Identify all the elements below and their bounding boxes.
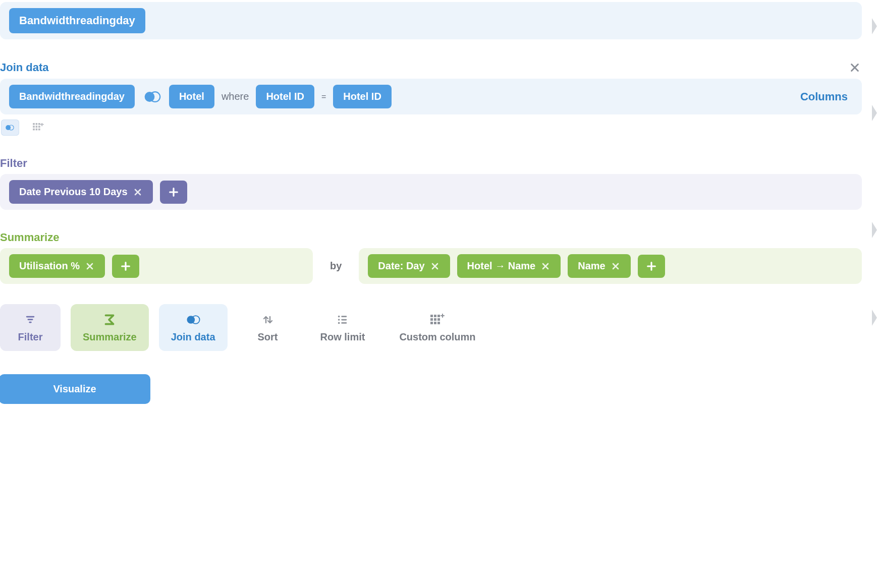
join-action-button[interactable]: Join data: [159, 304, 228, 351]
filter-section-title: Filter: [0, 157, 27, 170]
grouping-chip[interactable]: Name: [568, 254, 630, 278]
svg-rect-11: [33, 126, 35, 128]
summarize-metric-label: Utilisation %: [19, 260, 80, 272]
svg-rect-12: [36, 126, 38, 128]
edge-arrow-icon: [872, 310, 880, 326]
list-icon: [336, 313, 349, 326]
edge-arrow-icon: [872, 105, 880, 121]
join-icon: [185, 313, 202, 326]
svg-point-22: [187, 316, 195, 324]
summarize-metric-chip[interactable]: Utilisation %: [9, 254, 105, 278]
svg-rect-31: [434, 315, 436, 317]
svg-rect-25: [341, 316, 347, 317]
svg-point-6: [6, 125, 11, 130]
summarize-action-label: Summarize: [83, 331, 137, 343]
data-source-panel: Bandwidthreadingday: [0, 2, 862, 39]
svg-rect-33: [430, 318, 433, 321]
svg-marker-1: [872, 105, 877, 121]
join-extra-buttons: [1, 120, 862, 136]
svg-rect-36: [430, 322, 433, 324]
join-section-title: Join data: [0, 61, 49, 74]
filter-action-label: Filter: [18, 331, 43, 343]
close-icon[interactable]: [848, 61, 862, 75]
add-grouping-button[interactable]: [638, 255, 665, 278]
filter-chip-label: Date Previous 10 Days: [19, 186, 128, 198]
svg-rect-30: [430, 315, 433, 317]
visualize-button[interactable]: Visualize: [0, 374, 150, 404]
svg-rect-29: [341, 322, 347, 324]
remove-icon[interactable]: [540, 261, 551, 271]
join-equals-label: =: [321, 92, 326, 101]
svg-rect-32: [437, 315, 440, 317]
grid-plus-icon: [430, 313, 445, 326]
svg-rect-14: [33, 129, 35, 131]
svg-rect-9: [36, 123, 38, 125]
filter-action-button[interactable]: Filter: [0, 304, 61, 351]
sort-action-button[interactable]: Sort: [238, 304, 298, 351]
summarize-section-label: Summarize: [0, 231, 862, 244]
summarize-section-title: Summarize: [0, 231, 59, 244]
summarize-groupings-panel: Date: Day Hotel → Name Name: [359, 248, 862, 284]
custom-column-action-label: Custom column: [399, 331, 475, 343]
join-right-table-pill[interactable]: Hotel: [169, 85, 214, 108]
svg-rect-10: [38, 123, 40, 125]
row-limit-action-button[interactable]: Row limit: [308, 304, 377, 351]
svg-marker-0: [872, 18, 877, 34]
svg-rect-38: [437, 322, 440, 324]
join-action-label: Join data: [171, 331, 215, 343]
grouping-chip-label: Date: Day: [378, 260, 424, 272]
join-left-key-pill[interactable]: Hotel ID: [256, 85, 314, 108]
remove-icon[interactable]: [85, 261, 95, 271]
summarize-row: Utilisation % by Date: Day Hotel → Name …: [0, 248, 862, 284]
add-metric-button[interactable]: [112, 255, 139, 278]
sigma-icon: [102, 313, 117, 326]
action-toolbar: Filter Summarize Join data Sort: [0, 304, 862, 351]
edge-arrow-icon: [872, 18, 880, 34]
join-left-table-pill[interactable]: Bandwidthreadingday: [9, 85, 135, 108]
add-filter-button[interactable]: [160, 181, 187, 204]
edge-arrow-icon: [872, 222, 880, 238]
svg-rect-37: [434, 322, 436, 324]
filter-chip[interactable]: Date Previous 10 Days: [9, 180, 153, 204]
join-columns-link[interactable]: Columns: [795, 87, 853, 106]
filter-panel: Date Previous 10 Days: [0, 174, 862, 210]
remove-icon[interactable]: [611, 261, 621, 271]
svg-rect-19: [26, 316, 35, 318]
grouping-chip[interactable]: Hotel → Name: [457, 254, 561, 278]
svg-point-28: [338, 322, 340, 324]
add-custom-column-button[interactable]: [29, 120, 47, 136]
svg-rect-27: [341, 319, 347, 321]
svg-rect-16: [38, 129, 40, 131]
svg-rect-20: [28, 319, 33, 320]
grouping-chip-label: Hotel → Name: [467, 260, 536, 272]
row-limit-action-label: Row limit: [320, 331, 365, 343]
svg-point-24: [338, 316, 340, 318]
filter-icon: [24, 313, 37, 326]
sort-icon: [261, 313, 274, 326]
sort-action-label: Sort: [258, 331, 278, 343]
filter-section-label: Filter: [0, 157, 862, 170]
add-join-button[interactable]: [1, 120, 19, 136]
summarize-metrics-panel: Utilisation %: [0, 248, 313, 284]
svg-rect-13: [38, 126, 40, 128]
svg-marker-3: [872, 310, 877, 326]
grouping-chip[interactable]: Date: Day: [368, 254, 450, 278]
svg-rect-21: [29, 322, 32, 323]
join-where-label: where: [222, 91, 249, 102]
remove-icon[interactable]: [430, 261, 440, 271]
summarize-by-label: by: [327, 260, 345, 272]
remove-icon[interactable]: [133, 187, 143, 197]
join-right-key-pill[interactable]: Hotel ID: [333, 85, 392, 108]
join-type-icon[interactable]: [142, 87, 162, 107]
svg-rect-34: [434, 318, 436, 321]
data-source-pill[interactable]: Bandwidthreadingday: [9, 8, 145, 33]
svg-rect-35: [437, 318, 440, 321]
svg-point-26: [338, 319, 340, 321]
summarize-action-button[interactable]: Summarize: [71, 304, 149, 351]
grouping-chip-label: Name: [578, 260, 605, 272]
svg-marker-2: [872, 222, 877, 238]
custom-column-action-button[interactable]: Custom column: [387, 304, 487, 351]
join-section-label: Join data: [0, 61, 862, 75]
join-panel: Bandwidthreadingday Hotel where Hotel ID…: [0, 79, 862, 114]
svg-rect-8: [33, 123, 35, 125]
